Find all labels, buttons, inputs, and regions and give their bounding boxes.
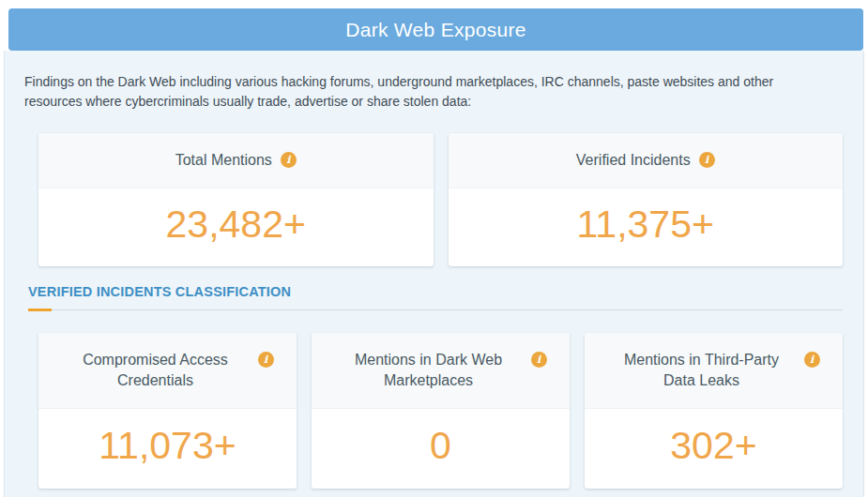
section-title-verified-incidents-classification: VERIFIED INCIDENTS CLASSIFICATION: [28, 284, 843, 299]
stat-card-header: Mentions in Dark Web Marketplaces i: [312, 333, 570, 409]
info-icon[interactable]: i: [699, 152, 715, 168]
stat-card-label: Verified Incidents: [576, 150, 691, 171]
info-icon[interactable]: i: [258, 352, 274, 368]
stat-value: 23,482+: [38, 188, 434, 266]
stat-card-header: Compromised Access Credentials i: [38, 333, 297, 409]
stat-card-label: Mentions in Third-Party Data Leaks: [608, 350, 796, 391]
info-icon[interactable]: i: [804, 352, 820, 368]
stat-card-dark-web-marketplaces: Mentions in Dark Web Marketplaces i 0: [312, 333, 570, 489]
stat-card-header: Mentions in Third-Party Data Leaks i: [585, 333, 843, 409]
stat-value: 0: [312, 409, 570, 489]
stat-card-third-party-data-leaks: Mentions in Third-Party Data Leaks i 302…: [585, 333, 843, 489]
stat-card-label: Compromised Access Credentials: [62, 350, 250, 391]
info-icon[interactable]: i: [531, 352, 547, 368]
summary-stats-row: Total Mentions i 23,482+ Verified Incide…: [38, 133, 843, 266]
panel-header: Dark Web Exposure: [8, 8, 863, 51]
stat-card-total-mentions: Total Mentions i 23,482+: [38, 133, 434, 266]
section-divider: [28, 309, 843, 311]
stat-card-compromised-access-credentials: Compromised Access Credentials i 11,073+: [38, 333, 297, 489]
panel-body: Findings on the Dark Web including vario…: [4, 51, 864, 497]
stat-card-header: Total Mentions i: [38, 133, 434, 188]
divider-line: [28, 309, 843, 310]
description-text: Findings on the Dark Web including vario…: [24, 72, 822, 112]
stat-value: 11,375+: [449, 188, 844, 266]
divider-accent: [28, 309, 52, 311]
stat-card-header: Verified Incidents i: [449, 133, 844, 188]
stat-value: 302+: [585, 409, 843, 489]
classification-stats-row: Compromised Access Credentials i 11,073+…: [38, 333, 843, 489]
stat-value: 11,073+: [38, 409, 297, 489]
stat-card-label: Mentions in Dark Web Marketplaces: [335, 350, 523, 391]
panel-title: Dark Web Exposure: [345, 19, 526, 41]
info-icon[interactable]: i: [281, 152, 297, 168]
stat-card-label: Total Mentions: [175, 150, 272, 171]
stat-card-verified-incidents: Verified Incidents i 11,375+: [449, 133, 844, 266]
